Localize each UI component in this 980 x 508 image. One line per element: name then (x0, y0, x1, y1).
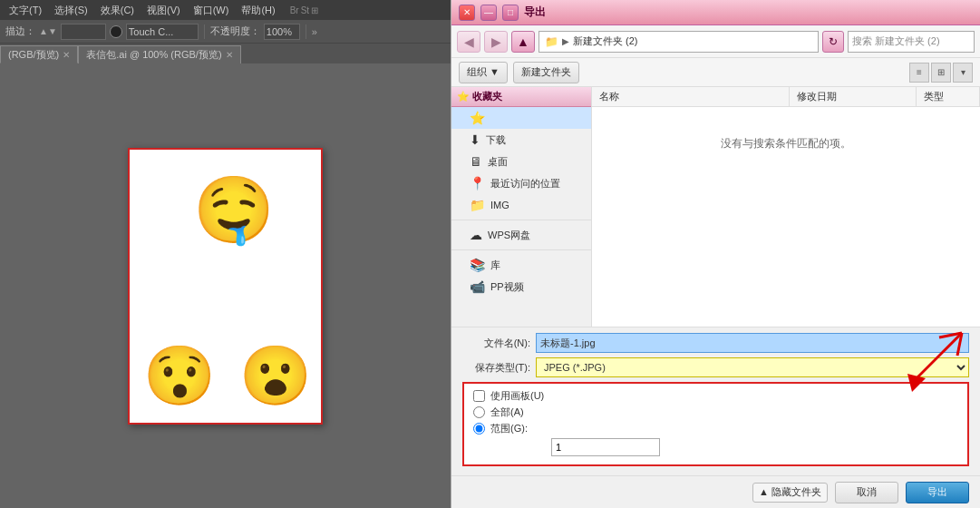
use-artboard-row: 使用画板(U) (473, 389, 958, 403)
file-list-area: 名称 修改日期 类型 没有与搜索条件匹配的项。 (592, 87, 980, 327)
view-buttons: ≡ ⊞ ▾ (909, 63, 973, 83)
range-row: 范围(G): (473, 422, 958, 435)
sidebar-item-img[interactable]: 📁 IMG (451, 194, 591, 216)
sidebar-divider-2 (451, 249, 591, 250)
sidebar: ⭐ 收藏夹 ⭐ ⬇ 下载 🖥 桌面 📍 最近访问的位置 📁 IMG (451, 87, 592, 327)
radio-section: 使用画板(U) 全部(A) 范围(G): (462, 382, 969, 466)
desktop-icon: 🖥 (470, 154, 482, 169)
range-value-input[interactable] (551, 438, 660, 456)
all-radio[interactable] (473, 406, 485, 418)
favorites-header: ⭐ 收藏夹 (451, 87, 591, 107)
opacity-input[interactable]: 100% (264, 24, 300, 40)
library-icon: 📚 (470, 258, 485, 272)
close-tab-1[interactable]: ✕ (226, 50, 233, 60)
export-button[interactable]: 导出 (906, 482, 969, 503)
use-artboard-label: 使用画板(U) (490, 389, 544, 403)
minimize-button[interactable]: — (480, 5, 497, 21)
export-dialog: ✕ — □ 导出 ◀ ▶ ▲ 📁 ▶ 新建文件夹 (2) ↻ 搜索 新建文件夹 … (451, 0, 980, 508)
stroke-label: 描边： (5, 24, 35, 38)
nav-bar: ◀ ▶ ▲ 📁 ▶ 新建文件夹 (2) ↻ 搜索 新建文件夹 (2) (451, 25, 980, 58)
forward-button[interactable]: ▶ (484, 31, 508, 53)
range-input-row (473, 438, 958, 456)
menu-text[interactable]: 文字(T) (4, 2, 47, 19)
opacity-label: 不透明度： (210, 24, 260, 38)
touch-input[interactable]: Touch C... (126, 24, 199, 40)
filetype-label: 保存类型(T): (462, 361, 530, 375)
sep2 (306, 24, 306, 39)
sidebar-divider-1 (451, 220, 591, 220)
stroke-select[interactable] (61, 24, 106, 40)
dialog-title: 导出 (524, 5, 546, 20)
sidebar-item-download[interactable]: ⬇ 下载 (451, 129, 591, 151)
new-folder-button[interactable]: 新建文件夹 (513, 62, 579, 83)
col-name-header[interactable]: 名称 (592, 87, 790, 106)
sidebar-item-library[interactable]: 📚 库 (451, 254, 591, 276)
dialog-footer: ▲ 隐藏文件夹 取消 导出 (451, 475, 980, 508)
tab-file[interactable]: 表信包.ai @ 100% (RGB/预览) ✕ (78, 45, 240, 64)
all-radio-row: 全部(A) (473, 405, 958, 419)
dialog-toolbar: 组织 ▼ 新建文件夹 ≡ ⊞ ▾ (451, 58, 980, 87)
menu-select[interactable]: 选择(S) (49, 2, 93, 19)
filename-input[interactable] (536, 333, 969, 353)
use-artboard-checkbox[interactable] (473, 390, 485, 402)
sidebar-item-desktop[interactable]: 🖥 桌面 (451, 151, 591, 172)
maximize-button[interactable]: □ (502, 5, 519, 21)
emoji-surprised: 😯 (143, 347, 216, 405)
col-date-header[interactable]: 修改日期 (790, 87, 917, 106)
close-button[interactable]: ✕ (459, 5, 475, 21)
menu-window[interactable]: 窗口(W) (188, 2, 235, 19)
canvas-area: 🤤 😯 😮 (0, 64, 451, 508)
search-placeholder: 搜索 新建文件夹 (2) (852, 34, 940, 48)
fill-swatch (110, 25, 122, 38)
sidebar-item-ppvideo[interactable]: 📹 PP视频 (451, 276, 591, 298)
organize-button[interactable]: 组织 ▼ (459, 62, 508, 83)
close-tab-0[interactable]: ✕ (63, 50, 70, 60)
range-radio[interactable] (473, 423, 485, 435)
range-label: 范围(G): (490, 422, 528, 435)
filetype-row: 保存类型(T): JPEG (*.JPG) (462, 357, 969, 377)
menu-bar: 文字(T) 选择(S) 效果(C) 视图(V) 窗口(W) 帮助(H) Br S… (0, 0, 451, 20)
stroke-arrows[interactable]: ▲▼ (39, 26, 57, 36)
file-list-header: 名称 修改日期 类型 (592, 87, 980, 107)
tab-rgb-preview[interactable]: (RGB/预览) ✕ (0, 45, 78, 64)
recent-icon: 📍 (470, 176, 485, 190)
cancel-button[interactable]: 取消 (835, 482, 898, 503)
ppvideo-icon: 📹 (470, 279, 485, 294)
filename-label: 文件名(N): (462, 337, 530, 350)
path-bar: 📁 ▶ 新建文件夹 (2) (539, 31, 819, 53)
dialog-form: 文件名(N): 保存类型(T): JPEG (*.JPG) 使用画板(U) 全部… (451, 327, 980, 475)
up-button[interactable]: ▲ (511, 31, 535, 53)
separator (204, 24, 205, 39)
search-bar[interactable]: 搜索 新建文件夹 (2) (848, 31, 975, 53)
menu-effect[interactable]: 效果(C) (95, 2, 140, 19)
favorites-star-icon: ⭐ (470, 111, 485, 125)
sidebar-item-wps[interactable]: ☁ WPS网盘 (451, 224, 591, 246)
empty-message: 没有与搜索条件匹配的项。 (592, 107, 980, 180)
img-icon: 📁 (470, 198, 485, 212)
refresh-button[interactable]: ↻ (822, 31, 844, 53)
more-options[interactable]: » (312, 26, 317, 37)
illustrator-workspace: 文字(T) 选择(S) 效果(C) 视图(V) 窗口(W) 帮助(H) Br S… (0, 0, 451, 508)
emoji-drool: 🤤 (193, 177, 275, 242)
emoji-openmouth: 😮 (239, 347, 312, 405)
col-type-header[interactable]: 类型 (917, 87, 980, 106)
sidebar-item-favorites[interactable]: ⭐ (451, 107, 591, 129)
back-button[interactable]: ◀ (457, 31, 480, 53)
dialog-content: ⭐ 收藏夹 ⭐ ⬇ 下载 🖥 桌面 📍 最近访问的位置 📁 IMG (451, 87, 980, 327)
view-list[interactable]: ≡ (909, 63, 929, 83)
artboard: 🤤 😯 😮 (128, 148, 323, 425)
view-down[interactable]: ▾ (953, 63, 973, 83)
filetype-select[interactable]: JPEG (*.JPG) (536, 357, 969, 377)
view-detail[interactable]: ⊞ (931, 63, 951, 83)
wps-icon: ☁ (470, 228, 482, 242)
all-label: 全部(A) (490, 405, 524, 419)
sidebar-item-recent[interactable]: 📍 最近访问的位置 (451, 172, 591, 194)
hide-folder-button[interactable]: ▲ 隐藏文件夹 (752, 483, 828, 503)
dialog-titlebar: ✕ — □ 导出 (451, 0, 980, 25)
toolbar: 描边： ▲▼ Touch C... 不透明度： 100% » (0, 20, 451, 44)
path-text: 新建文件夹 (2) (573, 34, 638, 48)
tab-bar: (RGB/预览) ✕ 表信包.ai @ 100% (RGB/预览) ✕ (0, 44, 451, 64)
menu-view[interactable]: 视图(V) (141, 2, 186, 19)
filename-row: 文件名(N): (462, 333, 969, 353)
menu-help[interactable]: 帮助(H) (236, 2, 280, 19)
